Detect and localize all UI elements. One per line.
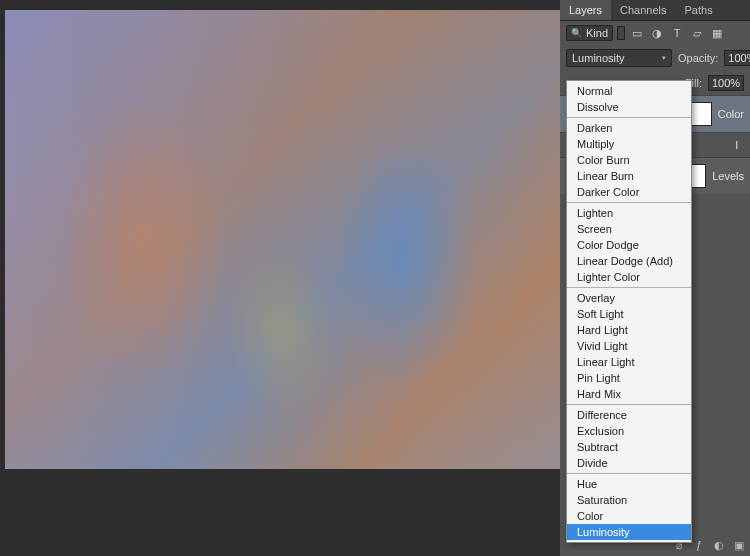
blend-mode-option[interactable]: Exclusion (567, 423, 691, 439)
blend-mode-option[interactable]: Linear Dodge (Add) (567, 253, 691, 269)
blend-mode-option[interactable]: Lighter Color (567, 269, 691, 285)
blend-mode-option[interactable]: Hard Mix (567, 386, 691, 402)
tab-layers[interactable]: Layers (560, 0, 611, 20)
layer-filter-row: Kind ▭ ◑ T ▱ ▦ (560, 21, 750, 45)
opacity-value[interactable]: 100% (724, 50, 750, 66)
blend-mode-option[interactable]: Hard Light (567, 322, 691, 338)
blend-mode-option[interactable]: Multiply (567, 136, 691, 152)
adjustment-label: Levels (712, 170, 744, 182)
blend-mode-dropdown[interactable]: NormalDissolveDarkenMultiplyColor BurnLi… (566, 80, 692, 543)
tab-paths[interactable]: Paths (676, 0, 722, 20)
filter-kind-select[interactable]: Kind (566, 25, 613, 41)
blend-mode-option[interactable]: Dissolve (567, 99, 691, 115)
chevron-down-icon: ▾ (662, 54, 666, 62)
filter-stepper[interactable] (617, 26, 625, 40)
folder-icon[interactable]: ▣ (732, 538, 746, 552)
blend-mode-option[interactable]: Pin Light (567, 370, 691, 386)
filter-type-icon[interactable]: T (669, 25, 685, 41)
filter-kind-label: Kind (586, 27, 608, 39)
opacity-label: Opacity: (678, 52, 718, 64)
blend-mode-option[interactable]: Color (567, 508, 691, 524)
filter-pixel-icon[interactable]: ▭ (629, 25, 645, 41)
panel-tabs: Layers Channels Paths (560, 0, 750, 21)
blend-mode-option[interactable]: Normal (567, 83, 691, 99)
fx-icon[interactable]: ƒ (692, 538, 706, 552)
blend-mode-option[interactable]: Darker Color (567, 184, 691, 200)
mask-icon[interactable]: ◐ (712, 538, 726, 552)
tab-channels[interactable]: Channels (611, 0, 675, 20)
blend-mode-option[interactable]: Color Dodge (567, 237, 691, 253)
blend-mode-option[interactable]: Linear Burn (567, 168, 691, 184)
blend-mode-option[interactable]: Screen (567, 221, 691, 237)
adjustment-label: Color (718, 108, 744, 120)
blend-mode-option[interactable]: Color Burn (567, 152, 691, 168)
blend-mode-option[interactable]: Subtract (567, 439, 691, 455)
blend-mode-option[interactable]: Overlay (567, 290, 691, 306)
blend-opacity-row: Luminosity ▾ Opacity: 100% (560, 45, 750, 71)
blend-mode-option[interactable]: Luminosity (567, 524, 691, 540)
blend-mode-option[interactable]: Soft Light (567, 306, 691, 322)
blend-mode-option[interactable]: Linear Light (567, 354, 691, 370)
document-canvas[interactable] (5, 10, 560, 469)
blend-mode-option[interactable]: Lighten (567, 205, 691, 221)
blend-mode-select[interactable]: Luminosity ▾ (566, 49, 672, 67)
filter-smart-icon[interactable]: ▦ (709, 25, 725, 41)
blend-mode-option[interactable]: Divide (567, 455, 691, 471)
blend-mode-current: Luminosity (572, 52, 625, 64)
adjustment-sub-label: l (736, 139, 738, 151)
fill-value[interactable]: 100% (708, 75, 744, 91)
blend-mode-option[interactable]: Vivid Light (567, 338, 691, 354)
blend-mode-option[interactable]: Darken (567, 120, 691, 136)
filter-adjustment-icon[interactable]: ◑ (649, 25, 665, 41)
blend-mode-option[interactable]: Saturation (567, 492, 691, 508)
filter-shape-icon[interactable]: ▱ (689, 25, 705, 41)
blend-mode-option[interactable]: Difference (567, 407, 691, 423)
blend-mode-option[interactable]: Hue (567, 476, 691, 492)
